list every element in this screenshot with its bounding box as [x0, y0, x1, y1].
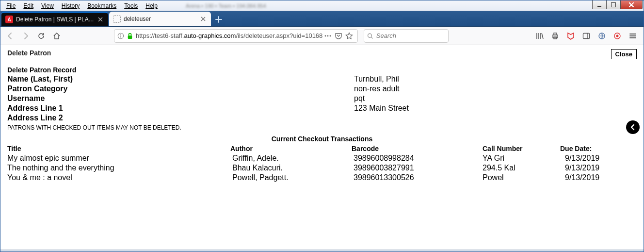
page-actions-icon[interactable]: [322, 32, 333, 40]
table-row: My almost epic summer Griffin, Adele. 39…: [7, 153, 637, 163]
menu-bookmarks[interactable]: Bookmarks: [83, 1, 120, 10]
extension-record-icon[interactable]: [612, 30, 623, 42]
nav-bar: https://test6-staff.auto-graphics.com/il…: [0, 27, 644, 45]
back-button[interactable]: [3, 29, 17, 43]
url-text: https://test6-staff.auto-graphics.com/il…: [136, 32, 322, 39]
library-icon[interactable]: [534, 30, 546, 42]
checkout-table: Title Author Barcode Call Number Due Dat…: [7, 144, 637, 183]
search-icon: [367, 33, 373, 39]
field-category-value: non-res adult: [354, 84, 637, 93]
cell-due: 9/13/2019: [560, 163, 637, 173]
menu-file[interactable]: File: [2, 1, 19, 10]
home-button[interactable]: [50, 29, 64, 43]
cell-call: Powel: [483, 173, 560, 183]
page-content: Delete Patron Close Delete Patron Record…: [0, 45, 644, 250]
chevron-left-icon: [629, 124, 636, 131]
window-close-button[interactable]: [620, 0, 643, 9]
print-icon[interactable]: [549, 30, 561, 42]
field-username-label: Username: [7, 94, 354, 103]
blank-favicon-icon: [113, 15, 121, 23]
status-bar: [0, 250, 644, 252]
cell-barcode: 39896013300526: [352, 173, 483, 183]
new-tab-button[interactable]: [212, 13, 225, 26]
svg-rect-9: [554, 33, 557, 35]
cell-title: The nothing and the everything: [7, 163, 230, 173]
col-call: Call Number: [483, 144, 560, 153]
forward-button[interactable]: [19, 29, 32, 43]
tab-1[interactable]: A Delete Patron | SWLS | PLATT |: [1, 12, 108, 26]
field-addr2-label: Address Line 2: [7, 114, 354, 122]
lock-icon: [127, 33, 133, 39]
delete-warning: PATRONS WITH CHECKED OUT ITEMS MAY NOT B…: [7, 124, 637, 131]
pocket-icon[interactable]: [333, 32, 344, 40]
patron-field-grid: Name (Last, First) Turnbull, Phil Patron…: [7, 75, 637, 122]
checkout-table-title: Current Checkout Transactions: [7, 135, 637, 143]
menu-help[interactable]: Help: [142, 1, 161, 10]
tab-2[interactable]: deleteuser: [109, 12, 211, 26]
svg-rect-3: [128, 35, 132, 39]
col-author: Author: [230, 144, 352, 153]
close-page-button[interactable]: Close: [611, 49, 637, 59]
url-bar[interactable]: https://test6-staff.auto-graphics.com/il…: [114, 29, 358, 43]
table-header-row: Title Author Barcode Call Number Due Dat…: [7, 144, 637, 153]
col-title: Title: [7, 144, 230, 153]
table-row: The nothing and the everything Bhau Kala…: [7, 163, 637, 173]
reload-button[interactable]: [34, 29, 48, 43]
mcafee-icon[interactable]: [565, 30, 577, 42]
cell-call: YA Gri: [483, 153, 560, 163]
tab-1-close-icon[interactable]: [97, 16, 104, 23]
cell-title: You & me : a novel: [7, 173, 230, 183]
angular-favicon-icon: A: [5, 16, 13, 23]
tab-2-title: deleteuser: [124, 16, 197, 22]
cell-due: 9/13/2019: [560, 173, 637, 183]
svg-rect-2: [120, 35, 121, 37]
scroll-left-fab[interactable]: [626, 120, 640, 134]
tab-strip: A Delete Patron | SWLS | PLATT | deleteu…: [0, 11, 644, 27]
field-username-value: pqt: [354, 94, 637, 103]
field-addr2-value: [354, 114, 637, 122]
field-name-label: Name (Last, First): [7, 75, 354, 84]
menu-view[interactable]: View: [37, 1, 58, 10]
menu-history[interactable]: History: [58, 1, 83, 10]
field-name-value: Turnbull, Phil: [354, 75, 637, 84]
svg-point-1: [120, 34, 121, 35]
record-header: Delete Patron Record: [7, 66, 637, 74]
svg-point-4: [325, 35, 326, 36]
search-box[interactable]: [364, 29, 449, 43]
app-menu-icon[interactable]: [627, 30, 639, 42]
col-barcode: Barcode: [352, 144, 483, 153]
svg-rect-11: [583, 33, 590, 38]
cell-due: 9/13/2019: [560, 153, 637, 163]
svg-point-6: [330, 35, 331, 36]
tab-1-title: Delete Patron | SWLS | PLATT |: [16, 16, 95, 23]
site-info-icon[interactable]: [117, 33, 124, 39]
field-addr1-label: Address Line 1: [7, 104, 354, 113]
window-frame: File Edit View History Bookmarks Tools H…: [0, 0, 644, 252]
toolbar-icons: [534, 30, 641, 42]
cell-barcode: 39896008998284: [352, 153, 483, 163]
field-category-label: Patron Category: [7, 84, 354, 93]
cell-barcode: 39896003827991: [352, 163, 483, 173]
cell-author: Powell, Padgett.: [230, 173, 352, 183]
cell-call: 294.5 Kal: [483, 163, 560, 173]
window-controls: [593, 0, 643, 9]
search-input[interactable]: [376, 32, 446, 39]
tab-2-close-icon[interactable]: [199, 15, 207, 23]
cell-title: My almost epic summer: [7, 153, 230, 163]
field-addr1-value: 123 Main Street: [354, 104, 637, 113]
svg-point-5: [327, 35, 329, 36]
svg-point-7: [368, 34, 372, 37]
minimize-button[interactable]: [592, 0, 607, 9]
maximize-button[interactable]: [606, 0, 621, 9]
bookmark-star-icon[interactable]: [344, 32, 354, 40]
sidebar-icon[interactable]: [580, 30, 592, 42]
menu-edit[interactable]: Edit: [19, 1, 37, 10]
page-title: Delete Patron: [7, 49, 51, 57]
menu-bar: File Edit View History Bookmarks Tools H…: [0, 0, 644, 11]
menu-tools[interactable]: Tools: [120, 1, 142, 10]
extension-globe-icon[interactable]: [596, 30, 608, 42]
cell-author: Griffin, Adele.: [230, 153, 352, 163]
col-due: Due Date:: [560, 144, 637, 153]
svg-point-15: [616, 34, 619, 37]
background-window-title: Arena ▪ 190 ▪ Team ▪ 194.084.954: [161, 3, 642, 9]
